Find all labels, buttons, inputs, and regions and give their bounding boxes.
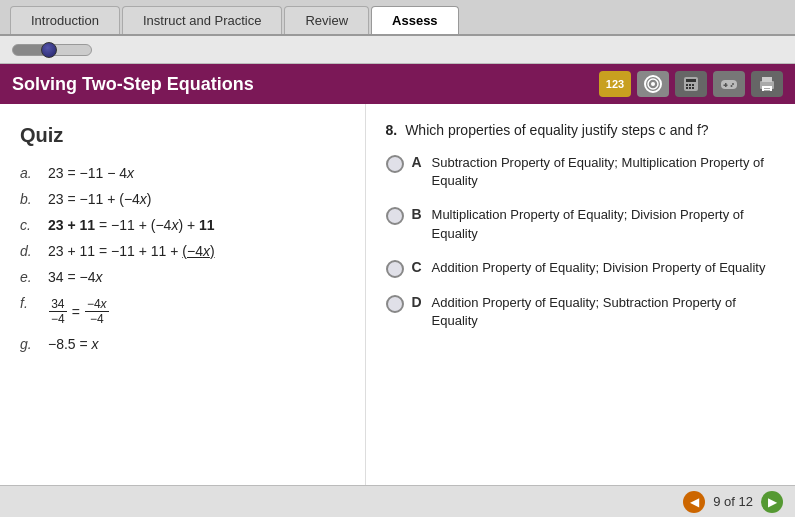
quiz-title: Quiz — [20, 124, 345, 147]
option-b-text: Multiplication Property of Equality; Div… — [432, 206, 775, 242]
steps-list: a. 23 = −11 − 4x b. 23 = −11 + (−4x) c. … — [20, 165, 345, 352]
calculator-icon[interactable]: 123 — [599, 71, 631, 97]
header-icons: 123 — [599, 71, 783, 97]
svg-rect-8 — [686, 87, 688, 89]
question-number: 8. — [386, 122, 398, 138]
bottom-bar: ◀ 9 of 12 ▶ — [0, 485, 795, 517]
slider-bar — [0, 36, 795, 64]
option-d[interactable]: D Addition Property of Equality; Subtrac… — [386, 294, 775, 330]
list-item: e. 34 = −4x — [20, 269, 345, 285]
list-item: d. 23 + 11 = −11 + 11 + (−4x) — [20, 243, 345, 259]
page-title: Solving Two-Step Equations — [12, 74, 254, 95]
option-d-text: Addition Property of Equality; Subtracti… — [432, 294, 775, 330]
slider-thumb[interactable] — [41, 42, 57, 58]
header-bar: Solving Two-Step Equations 123 — [0, 64, 795, 104]
svg-rect-7 — [692, 84, 694, 86]
radio-b[interactable] — [386, 207, 404, 225]
radio-c[interactable] — [386, 260, 404, 278]
tab-review[interactable]: Review — [284, 6, 369, 34]
option-c[interactable]: C Addition Property of Equality; Divisio… — [386, 259, 775, 278]
radio-d[interactable] — [386, 295, 404, 313]
svg-point-2 — [651, 82, 655, 86]
next-button[interactable]: ▶ — [761, 491, 783, 513]
page-info: 9 of 12 — [713, 494, 753, 509]
calculator2-icon[interactable] — [675, 71, 707, 97]
svg-rect-17 — [762, 77, 772, 82]
printer-icon[interactable] — [751, 71, 783, 97]
svg-rect-9 — [689, 87, 691, 89]
target-icon[interactable] — [637, 71, 669, 97]
option-a[interactable]: A Subtraction Property of Equality; Mult… — [386, 154, 775, 190]
svg-point-15 — [731, 85, 733, 87]
question-text: Which properties of equality justify ste… — [405, 122, 708, 138]
option-c-text: Addition Property of Equality; Division … — [432, 259, 766, 277]
prev-button[interactable]: ◀ — [683, 491, 705, 513]
list-item: a. 23 = −11 − 4x — [20, 165, 345, 181]
svg-rect-6 — [689, 84, 691, 86]
svg-point-14 — [732, 83, 734, 85]
tab-instruct-practice[interactable]: Instruct and Practice — [122, 6, 283, 34]
question-header: 8. Which properties of equality justify … — [386, 122, 775, 138]
options-list: A Subtraction Property of Equality; Mult… — [386, 154, 775, 330]
svg-rect-20 — [764, 90, 770, 91]
svg-rect-4 — [686, 79, 696, 82]
list-item: f. 34−4 = −4x−4 — [20, 295, 345, 326]
left-panel: Quiz a. 23 = −11 − 4x b. 23 = −11 + (−4x… — [0, 104, 366, 485]
right-panel: 8. Which properties of equality justify … — [366, 104, 795, 485]
progress-slider[interactable] — [12, 44, 92, 56]
svg-rect-13 — [724, 85, 728, 87]
tab-assess[interactable]: Assess — [371, 6, 459, 34]
svg-rect-11 — [721, 80, 737, 89]
list-item: g. −8.5 = x — [20, 336, 345, 352]
list-item: b. 23 = −11 + (−4x) — [20, 191, 345, 207]
option-b[interactable]: B Multiplication Property of Equality; D… — [386, 206, 775, 242]
svg-rect-10 — [692, 87, 694, 89]
radio-a[interactable] — [386, 155, 404, 173]
svg-rect-19 — [764, 88, 770, 89]
tab-bar: Introduction Instruct and Practice Revie… — [0, 0, 795, 36]
list-item: c. 23 + 11 = −11 + (−4x) + 11 — [20, 217, 345, 233]
gamepad-icon[interactable] — [713, 71, 745, 97]
main-content: Quiz a. 23 = −11 − 4x b. 23 = −11 + (−4x… — [0, 104, 795, 485]
option-a-text: Subtraction Property of Equality; Multip… — [432, 154, 775, 190]
svg-rect-5 — [686, 84, 688, 86]
tab-introduction[interactable]: Introduction — [10, 6, 120, 34]
